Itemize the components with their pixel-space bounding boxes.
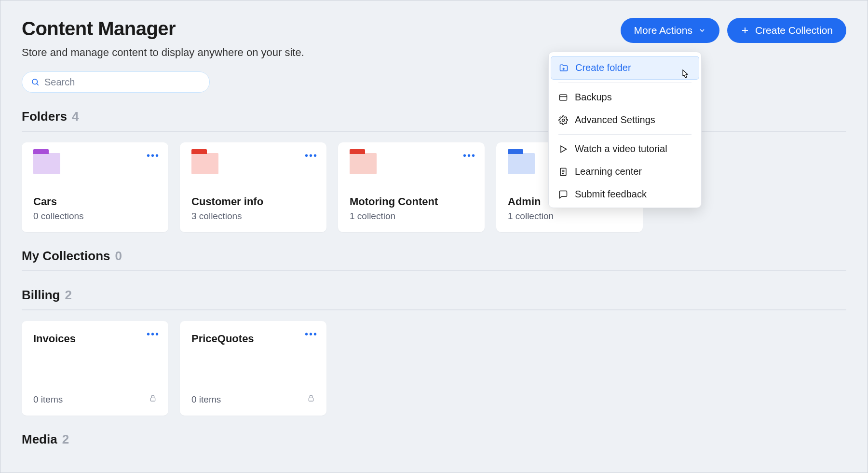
card-more-icon[interactable]: ••• <box>305 150 318 161</box>
card-more-icon[interactable]: ••• <box>305 329 318 340</box>
my-collections-section-header: My Collections 0 <box>22 249 846 271</box>
collection-card-invoices[interactable]: ••• Invoices 0 items <box>22 321 168 416</box>
card-more-icon[interactable]: ••• <box>147 150 160 161</box>
dropdown-submit-feedback[interactable]: Submit feedback <box>549 183 701 206</box>
dropdown-item-label: Submit feedback <box>575 189 647 200</box>
collection-sub: 0 items <box>191 394 221 405</box>
play-icon <box>558 144 568 154</box>
lock-icon <box>149 394 157 405</box>
lock-icon <box>307 394 315 405</box>
dropdown-item-label: Learning center <box>575 166 642 177</box>
section-count: 4 <box>72 109 79 124</box>
card-more-icon[interactable]: ••• <box>463 150 476 161</box>
folders-section-header: Folders 4 <box>22 109 846 132</box>
svg-marker-9 <box>561 146 567 152</box>
section-count: 2 <box>62 432 69 447</box>
folder-icon <box>191 153 218 174</box>
more-actions-label: More Actions <box>634 25 692 36</box>
gear-icon <box>558 115 568 125</box>
section-count: 2 <box>65 288 71 303</box>
folder-name: Motoring Content <box>350 195 473 208</box>
media-section-header: Media 2 <box>22 432 846 447</box>
dropdown-separator <box>558 83 692 83</box>
svg-point-8 <box>562 119 565 121</box>
dropdown-item-label: Watch a video tutorial <box>575 143 667 154</box>
billing-section-header: Billing 2 <box>22 288 846 310</box>
svg-line-1 <box>37 83 38 85</box>
folder-card-motoring-content[interactable]: ••• Motoring Content 1 collection <box>338 142 485 232</box>
collection-name: PriceQuotes <box>191 333 315 345</box>
more-actions-button[interactable]: More Actions <box>621 18 719 43</box>
document-icon <box>558 167 568 177</box>
folder-card-customer-info[interactable]: ••• Customer info 3 collections <box>180 142 326 232</box>
svg-rect-14 <box>150 398 155 401</box>
collection-card-pricequotes[interactable]: ••• PriceQuotes 0 items <box>180 321 326 416</box>
dropdown-item-label: Create folder <box>575 62 631 73</box>
card-more-icon[interactable]: ••• <box>147 329 160 340</box>
collection-sub: 0 items <box>33 394 63 405</box>
folder-sub: 1 collection <box>350 211 473 222</box>
folder-name: Customer info <box>191 195 315 208</box>
chat-icon <box>558 190 568 199</box>
create-collection-button[interactable]: Create Collection <box>727 18 846 43</box>
collection-name: Invoices <box>33 333 157 345</box>
chevron-down-icon <box>698 27 706 34</box>
section-count: 0 <box>115 249 122 264</box>
section-title: Media <box>22 432 57 447</box>
svg-rect-6 <box>560 95 567 100</box>
folder-sub: 3 collections <box>191 211 315 222</box>
backups-icon <box>558 93 568 102</box>
section-title: Folders <box>22 109 67 124</box>
more-actions-dropdown: Create folder Backups Advanced Settings … <box>548 52 702 208</box>
search-icon <box>31 78 40 86</box>
svg-rect-15 <box>309 398 313 401</box>
dropdown-item-label: Advanced Settings <box>575 114 655 125</box>
search-input-wrap[interactable] <box>22 71 210 93</box>
page-subtitle: Store and manage content to display anyw… <box>22 46 304 59</box>
folder-name: Cars <box>33 195 157 208</box>
dropdown-item-label: Backups <box>575 92 612 103</box>
svg-point-0 <box>32 79 38 84</box>
folder-card-cars[interactable]: ••• Cars 0 collections <box>22 142 168 232</box>
dropdown-separator <box>558 134 692 135</box>
dropdown-create-folder[interactable]: Create folder <box>551 56 699 80</box>
search-input[interactable] <box>44 77 201 88</box>
folder-icon <box>350 153 377 174</box>
create-collection-label: Create Collection <box>755 25 833 36</box>
folder-icon <box>33 153 60 174</box>
dropdown-advanced-settings[interactable]: Advanced Settings <box>549 109 701 131</box>
dropdown-learning-center[interactable]: Learning center <box>549 160 701 183</box>
section-title: Billing <box>22 288 60 303</box>
folder-plus-icon <box>559 63 569 73</box>
folder-sub: 0 collections <box>33 211 157 222</box>
dropdown-watch-tutorial[interactable]: Watch a video tutorial <box>549 138 701 160</box>
section-title: My Collections <box>22 249 110 264</box>
plus-icon <box>741 26 749 35</box>
dropdown-backups[interactable]: Backups <box>549 86 701 109</box>
folder-icon <box>508 153 535 174</box>
folder-sub: 1 collection <box>508 211 631 222</box>
page-title: Content Manager <box>22 18 304 40</box>
